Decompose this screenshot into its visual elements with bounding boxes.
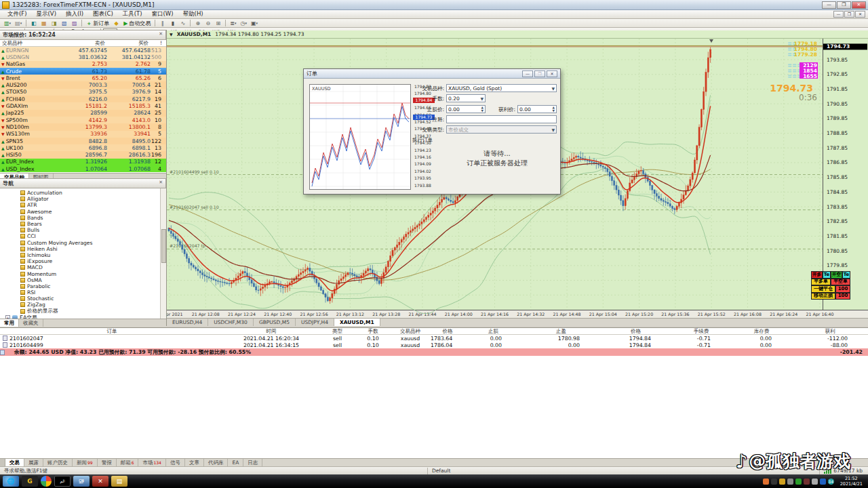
- tray-icon-2[interactable]: [771, 479, 777, 485]
- oneclick-button-r2c1[interactable]: 100: [835, 285, 850, 293]
- black-app-icon[interactable]: ٱلم: [54, 476, 71, 487]
- terminal-column-2[interactable]: 类型: [319, 328, 356, 335]
- terminal-column-0[interactable]: 订单: [0, 328, 224, 335]
- navigator-item-momentum[interactable]: Momentum: [0, 270, 166, 277]
- new-order-button[interactable]: ＋新订单: [85, 20, 111, 27]
- airplane-icon[interactable]: [812, 479, 818, 485]
- maximize-button[interactable]: ❐: [837, 1, 851, 9]
- folder-icon[interactable]: ▤: [111, 476, 127, 487]
- oneclick-button-r1c1[interactable]: 平空单: [831, 279, 850, 286]
- indicators-button[interactable]: ≣▾: [229, 20, 237, 27]
- terminal-tab-0[interactable]: 交易: [5, 459, 24, 466]
- mdi-close-button[interactable]: ✕: [855, 11, 865, 18]
- terminal-column-5[interactable]: 价格: [431, 328, 465, 335]
- market-watch-toggle[interactable]: ◧: [29, 20, 38, 27]
- oneclick-button-r3c0[interactable]: 移动止损: [811, 293, 835, 300]
- terminal-toggle[interactable]: ▧: [60, 20, 68, 27]
- terminal-column-6[interactable]: 止损: [465, 328, 522, 335]
- market-watch-row-HSI50[interactable]: ▲HSI5028596.728616.3196: [0, 151, 166, 158]
- column-header-0[interactable]: 交易品种: [0, 40, 58, 46]
- market-watch-row-SP500m[interactable]: ▼SP500m4142.94143.010: [0, 117, 166, 123]
- market-watch-row-GDAXIm[interactable]: ▼GDAXIm15181.215185.341: [0, 102, 166, 109]
- candlestick-button[interactable]: ▮: [168, 20, 177, 27]
- terminal-tab-11[interactable]: 日志: [243, 459, 262, 466]
- take-profit-field[interactable]: 0.00▲▼: [517, 105, 557, 113]
- bar-chart-button[interactable]: ∥: [158, 20, 167, 27]
- navigator-tab-1[interactable]: 收藏夹: [19, 319, 43, 327]
- comment-input[interactable]: [446, 115, 557, 123]
- terminal-column-9[interactable]: 手续费: [671, 328, 731, 335]
- tile-windows-button[interactable]: ⊞: [214, 20, 222, 27]
- terminal-tab-6[interactable]: 市场134: [138, 459, 165, 466]
- navigator-item-atr[interactable]: ATR: [0, 202, 166, 208]
- terminal-side-tab[interactable]: [0, 458, 5, 466]
- navigator-scrollbar[interactable]: [160, 188, 166, 319]
- dialog-close-button[interactable]: ✕: [547, 70, 557, 77]
- profiles-button[interactable]: ▤▾: [14, 20, 23, 27]
- status-profile[interactable]: Default: [432, 468, 450, 474]
- chart-tab-usdjpyh4[interactable]: USDJPY,H4: [296, 319, 334, 326]
- chart-collapse-icon[interactable]: ▼: [170, 32, 173, 37]
- chart-tab-gbpusdm5[interactable]: GBPUSD,M5: [254, 319, 296, 326]
- computer-icon[interactable]: 🖳: [73, 476, 90, 487]
- market-watch-row-Brent[interactable]: ▼Brent65.2065.266: [0, 75, 166, 81]
- lots-select[interactable]: 0.20▼: [446, 94, 486, 102]
- mdi-restore-button[interactable]: ❐: [844, 11, 854, 18]
- zoom-out-button[interactable]: ⊖: [203, 20, 212, 27]
- menu-c[interactable]: 图表(C): [88, 10, 118, 17]
- terminal-tab-1[interactable]: 展露: [24, 459, 43, 466]
- periods-dropdown[interactable]: ◷▾: [239, 20, 249, 27]
- oneclick-button-r2c0[interactable]: 一键平仓: [811, 285, 835, 293]
- market-watch-row-USD_Index[interactable]: ▲USD_Index1.070641.070684: [0, 165, 166, 172]
- market-watch-row-AUS200[interactable]: ▲AUS2007003.37005.421: [0, 81, 166, 88]
- navigator-item-parabolic[interactable]: Parabolic: [0, 283, 166, 289]
- menu-f[interactable]: 文件(F): [3, 10, 32, 17]
- chart-tab-usdchfm30[interactable]: USDCHF,M30: [208, 319, 254, 326]
- stop-loss-field[interactable]: 0.00▲▼: [446, 105, 486, 113]
- chart-tab-xauusdm1[interactable]: XAUUSD,M1: [334, 319, 380, 326]
- mdi-minimize-button[interactable]: —: [833, 11, 844, 18]
- navigator-group-0[interactable]: +EA交易: [0, 314, 166, 319]
- taskbar-clock[interactable]: 21:52 2021/4/21: [836, 476, 867, 487]
- navigator-item-macd[interactable]: MACD: [0, 264, 166, 270]
- navigator-item-bears[interactable]: Bears: [0, 221, 166, 227]
- dialog-minimize-button[interactable]: —: [522, 70, 533, 77]
- navigator-tab-0[interactable]: 常用: [0, 319, 19, 327]
- oneclick-button-r0c1[interactable]: Te: [823, 271, 831, 279]
- new-chart-button[interactable]: ▥▾: [3, 20, 12, 27]
- strategy-tester-toggle[interactable]: ▨: [70, 20, 79, 27]
- terminal-tab-9[interactable]: 代码库: [204, 459, 229, 466]
- column-header-2[interactable]: 买价: [107, 40, 151, 46]
- terminal-tab-10[interactable]: EA: [228, 459, 243, 466]
- market-watch-row-EURNGN[interactable]: ▲EURNGN457.63745457.64258513: [0, 47, 166, 54]
- close-button[interactable]: ✕: [852, 1, 866, 9]
- terminal-column-1[interactable]: 时间: [224, 328, 319, 335]
- market-watch-row-NatGas[interactable]: ▼NatGas2.7532.7629: [0, 61, 166, 68]
- market-watch-row-ND100m[interactable]: ▼ND100m13799.313800.18: [0, 123, 166, 130]
- terminal-tab-4[interactable]: 警报: [98, 459, 117, 466]
- shield-icon[interactable]: [820, 479, 826, 485]
- navigator-item-custom-moving-averages[interactable]: Custom Moving Averages: [0, 240, 166, 246]
- navigator-item-iexposure[interactable]: iExposure: [0, 258, 166, 264]
- terminal-column-3[interactable]: 手数: [356, 328, 390, 335]
- chart-tab-eurusdh4[interactable]: EURUSD,H4: [167, 319, 208, 326]
- data-window-toggle[interactable]: ▦: [39, 20, 48, 27]
- chrome-icon[interactable]: [41, 476, 52, 487]
- market-watch-row-UK100[interactable]: ▲UK1006896.86898.113: [0, 144, 166, 151]
- column-header-1[interactable]: 卖价: [58, 40, 107, 46]
- order-dialog-titlebar[interactable]: 订单 — ❐ ✕: [304, 69, 560, 79]
- menu-i[interactable]: 插入(I): [61, 10, 88, 17]
- navigator-item-alligator[interactable]: Alligator: [0, 196, 166, 202]
- terminal-column-7[interactable]: 止盈: [522, 328, 600, 335]
- tray-icon-1[interactable]: [763, 479, 769, 485]
- expand-icon[interactable]: +: [5, 315, 10, 319]
- terminal-tab-3[interactable]: 新闻99: [73, 459, 98, 466]
- tray-icon-5[interactable]: [795, 479, 802, 485]
- oneclick-button-r0c3[interactable]: Te: [842, 271, 850, 279]
- market-watch-close-icon[interactable]: ✕: [159, 31, 163, 39]
- navigator-item-heiken-ashi[interactable]: Heiken Ashi: [0, 246, 166, 252]
- terminal-tab-2[interactable]: 账户历史: [43, 459, 73, 466]
- market-watch-row-SPN35[interactable]: ▲SPN358482.88495.0122: [0, 138, 166, 144]
- tray-icon-4[interactable]: [787, 479, 793, 485]
- market-watch-row-FCHI40[interactable]: ▲FCHI406216.06217.919: [0, 96, 166, 102]
